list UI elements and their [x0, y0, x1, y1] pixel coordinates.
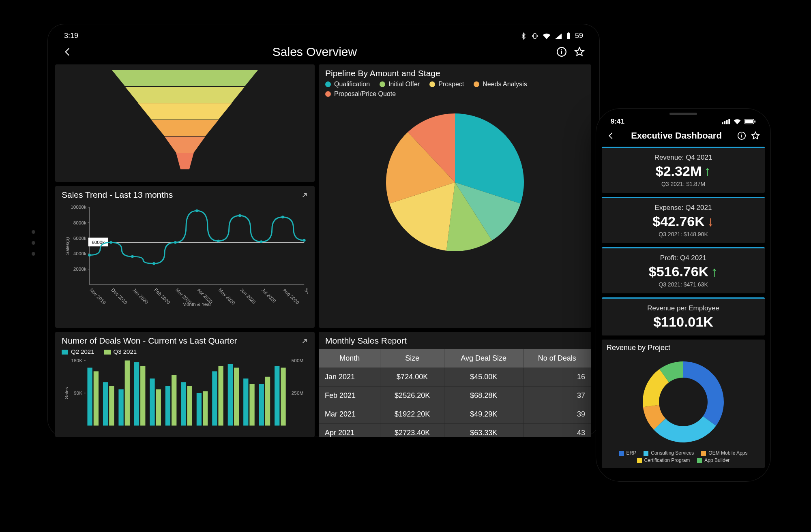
table-cell: Mar 2021: [319, 405, 380, 424]
star-icon[interactable]: [574, 47, 585, 57]
deals-won-panel[interactable]: Numer of Deals Won - Current vs Last Qua…: [55, 332, 315, 437]
monthly-sales-report-panel[interactable]: Monthly Sales Report MonthSizeAvg Deal S…: [319, 332, 591, 437]
svg-text:Dec 2019: Dec 2019: [110, 287, 129, 306]
svg-rect-80: [275, 366, 279, 425]
svg-text:Aug 2020: Aug 2020: [282, 287, 300, 306]
svg-text:4000k: 4000k: [73, 251, 86, 256]
cellular-icon: [555, 33, 562, 39]
svg-rect-2: [568, 32, 569, 33]
page-title: Sales Overview: [73, 45, 556, 59]
legend-item: Needs Analysis: [474, 81, 527, 88]
expand-icon[interactable]: [300, 191, 309, 200]
legend-item: App Builder: [697, 457, 729, 463]
svg-rect-58: [103, 382, 108, 425]
monthly-sales-table: MonthSizeAvg Deal SizeNo of DealsJan 202…: [319, 349, 591, 437]
table-row[interactable]: Feb 2021$2526.20K$68.28K37: [319, 387, 591, 405]
legend-swatch: [637, 458, 642, 463]
vibrate-icon: [531, 32, 539, 40]
sales-trend-panel[interactable]: Sales Trend - Last 13 months 2000k4000k6…: [55, 186, 315, 328]
back-icon[interactable]: [62, 47, 73, 57]
svg-marker-8: [165, 137, 206, 153]
svg-text:6000k: 6000k: [73, 235, 86, 241]
table-cell: $63.33K: [444, 424, 523, 438]
kpi-label: Revenue per Employee: [606, 304, 761, 312]
svg-text:Feb 2020: Feb 2020: [153, 287, 172, 306]
legend-label: Proposal/Price Quote: [334, 90, 396, 98]
deals-legend: Q2 2021Q3 2021: [62, 348, 308, 355]
svg-text:180K: 180K: [71, 358, 83, 363]
svg-rect-63: [140, 366, 145, 425]
svg-point-28: [152, 262, 155, 265]
legend-label: Consulting Services: [651, 450, 694, 456]
svg-text:2000k: 2000k: [73, 266, 86, 271]
expand-icon[interactable]: [300, 337, 309, 346]
info-icon[interactable]: [737, 131, 746, 140]
page-title: Executive Dashboard: [616, 130, 737, 141]
table-cell: Apr 2021: [319, 424, 380, 438]
legend-item: Prospect: [429, 81, 464, 88]
svg-marker-6: [138, 103, 232, 120]
revenue-by-project-panel[interactable]: Revenue by Project ERPConsulting Service…: [602, 340, 765, 468]
kpi-label: Expense: Q4 2021: [606, 204, 761, 212]
table-cell: $2526.20K: [380, 387, 444, 405]
status-time: 9:41: [611, 118, 624, 126]
svg-rect-75: [234, 367, 239, 425]
svg-rect-78: [259, 384, 264, 426]
table-header: Size: [380, 349, 444, 368]
svg-rect-76: [243, 378, 248, 425]
svg-text:May 2020: May 2020: [218, 287, 236, 306]
legend-swatch: [429, 81, 435, 87]
svg-rect-77: [249, 384, 254, 426]
svg-rect-72: [212, 371, 217, 425]
legend-label: Certification Program: [644, 457, 690, 463]
report-title: Monthly Sales Report: [319, 336, 591, 346]
kpi-label: Revenue: Q4 2021: [606, 154, 761, 162]
pipeline-chart-panel[interactable]: Pipeline By Amount and Stage Qualificati…: [319, 64, 591, 328]
table-row[interactable]: Jan 2021$724.00K$45.00K16: [319, 368, 591, 387]
svg-rect-65: [156, 389, 161, 425]
table-header: Avg Deal Size: [444, 349, 523, 368]
svg-point-31: [217, 239, 220, 242]
svg-text:Sep 2020: Sep 2020: [304, 287, 308, 306]
legend-label: Qualification: [334, 81, 370, 88]
legend-item: Proposal/Price Quote: [325, 90, 396, 98]
back-icon[interactable]: [607, 131, 616, 140]
table-cell: $724.00K: [380, 368, 444, 387]
bluetooth-icon: [520, 32, 527, 40]
deals-title: Numer of Deals Won - Current vs Last Qua…: [62, 336, 308, 346]
table-cell: 39: [523, 405, 591, 424]
table-cell: $45.00K: [444, 368, 523, 387]
legend-swatch: [697, 458, 702, 463]
kpi-card[interactable]: Expense: Q4 2021 $42.76K↓ Q3 2021: $148.…: [602, 197, 765, 243]
svg-rect-61: [125, 361, 130, 426]
legend-label: Needs Analysis: [483, 81, 527, 88]
battery-icon: [566, 32, 571, 40]
kpi-card[interactable]: Revenue per Employee $110.01K: [602, 297, 765, 335]
legend-item: Initial Offer: [380, 81, 420, 88]
svg-rect-0: [534, 34, 536, 38]
wifi-icon: [733, 119, 741, 124]
table-row[interactable]: Apr 2021$2723.40K$63.33K43: [319, 424, 591, 438]
svg-point-27: [131, 255, 134, 258]
legend-swatch: [104, 350, 111, 355]
deals-bar-chart: 90K180K250M500MSales: [62, 357, 308, 428]
info-icon[interactable]: [556, 47, 567, 57]
kpi-card[interactable]: Revenue: Q4 2021 $2.32M↑ Q3 2021: $1.87M: [602, 147, 765, 193]
table-cell: 43: [523, 424, 591, 438]
funnel-chart: [100, 68, 270, 173]
svg-text:10000k: 10000k: [71, 204, 86, 209]
svg-text:Jan 2020: Jan 2020: [132, 287, 150, 305]
star-icon[interactable]: [751, 131, 760, 140]
funnel-chart-panel[interactable]: [55, 64, 315, 182]
table-row[interactable]: Mar 2021$1922.20K$49.29K39: [319, 405, 591, 424]
tablet-status-bar: 3:19 59: [55, 29, 592, 42]
kpi-card[interactable]: Profit: Q4 2021 $516.76K↑ Q3 2021: $471.…: [602, 247, 765, 293]
svg-rect-60: [118, 389, 123, 425]
svg-marker-7: [151, 120, 219, 136]
legend-swatch: [380, 81, 385, 87]
kpi-sub: Q3 2021: $148.90K: [606, 231, 761, 237]
svg-point-34: [281, 216, 284, 218]
svg-point-29: [174, 241, 177, 244]
legend-item: ERP: [619, 450, 637, 456]
svg-rect-74: [228, 364, 233, 426]
